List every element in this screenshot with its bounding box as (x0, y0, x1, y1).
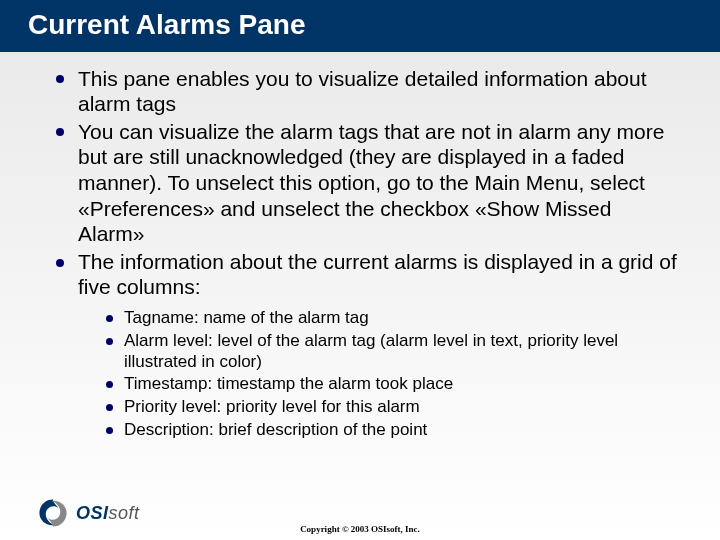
bullet-text: Alarm level: level of the alarm tag (ala… (124, 331, 618, 371)
list-item: Tagname: name of the alarm tag (96, 308, 680, 329)
bullet-text: This pane enables you to visualize detai… (78, 67, 647, 116)
copyright-footer: Copyright © 2003 OSIsoft, Inc. (0, 524, 720, 534)
logo-text: OSIsoft (76, 503, 140, 524)
list-item: Timestamp: timestamp the alarm took plac… (96, 374, 680, 395)
bullet-text: Description: brief description of the po… (124, 420, 427, 439)
main-bullet-list: This pane enables you to visualize detai… (46, 66, 680, 441)
logo-soft: soft (109, 503, 140, 523)
copyright-text: Copyright © 2003 OSIsoft, Inc. (300, 524, 420, 534)
bullet-text: You can visualize the alarm tags that ar… (78, 120, 664, 245)
list-item: You can visualize the alarm tags that ar… (46, 119, 680, 247)
list-item: This pane enables you to visualize detai… (46, 66, 680, 117)
slide-title: Current Alarms Pane (28, 9, 306, 40)
bullet-text: The information about the current alarms… (78, 250, 677, 299)
list-item: The information about the current alarms… (46, 249, 680, 441)
title-bar: Current Alarms Pane (0, 0, 720, 52)
logo-osi: OSI (76, 503, 109, 523)
list-item: Description: brief description of the po… (96, 420, 680, 441)
bullet-text: Priority level: priority level for this … (124, 397, 420, 416)
sub-bullet-list: Tagname: name of the alarm tag Alarm lev… (96, 308, 680, 440)
bullet-text: Timestamp: timestamp the alarm took plac… (124, 374, 453, 393)
list-item: Priority level: priority level for this … (96, 397, 680, 418)
bullet-text: Tagname: name of the alarm tag (124, 308, 369, 327)
list-item: Alarm level: level of the alarm tag (ala… (96, 331, 680, 372)
content-area: This pane enables you to visualize detai… (0, 52, 720, 441)
